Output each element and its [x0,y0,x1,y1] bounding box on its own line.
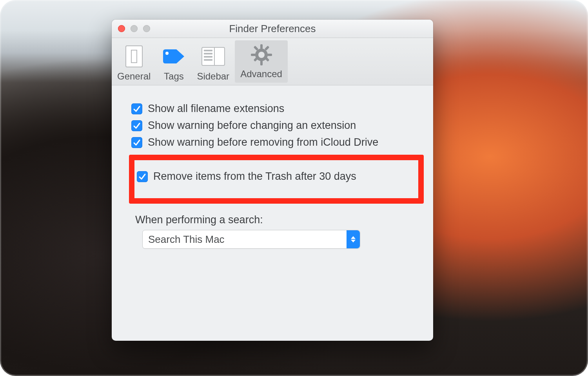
general-icon [122,44,146,69]
svg-rect-4 [251,54,256,56]
minimize-window-button[interactable] [131,25,138,32]
option-remove-trash-30-days[interactable]: Remove items from the Trash after 30 day… [137,170,416,183]
tab-label: Advanced [240,69,282,80]
option-warn-change-extension[interactable]: Show warning before changing an extensio… [131,119,421,132]
tab-general[interactable]: General [112,38,156,85]
tab-label: General [117,71,151,82]
traffic-lights [118,25,150,32]
svg-rect-5 [267,54,272,56]
advanced-pane: Show all filename extensions Show warnin… [112,85,433,257]
checkbox-checked-icon[interactable] [137,171,148,182]
tag-icon [162,44,186,69]
option-label: Remove items from the Trash after 30 day… [153,170,356,183]
tab-label: Sidebar [197,71,229,82]
search-section-label: When performing a search: [135,214,421,226]
select-stepper-icon [347,230,360,248]
desktop-wallpaper: Finder Preferences General Tags Sidebar [0,0,588,376]
option-label: Show warning before changing an extensio… [148,119,356,132]
option-label: Show all filename extensions [148,103,284,115]
svg-point-0 [165,52,169,55]
close-window-button[interactable] [118,25,125,32]
option-label: Show warning before removing from iCloud… [148,136,378,148]
tab-label: Tags [164,71,184,82]
finder-preferences-window: Finder Preferences General Tags Sidebar [112,20,433,341]
zoom-window-button[interactable] [143,25,150,32]
svg-rect-2 [260,44,263,49]
option-show-extensions[interactable]: Show all filename extensions [131,103,421,115]
checkbox-checked-icon[interactable] [131,103,142,114]
window-title: Finder Preferences [112,23,433,35]
preferences-toolbar: General Tags Sidebar Advanced [112,38,433,85]
svg-point-10 [258,52,265,58]
tab-advanced[interactable]: Advanced [235,40,288,83]
svg-rect-3 [260,61,263,65]
sidebar-icon [201,44,225,69]
search-scope-select[interactable]: Search This Mac [142,230,360,249]
checkbox-checked-icon[interactable] [131,137,142,148]
gear-icon [249,43,274,66]
highlight-annotation: Remove items from the Trash after 30 day… [129,155,424,204]
checkbox-checked-icon[interactable] [131,120,142,131]
titlebar[interactable]: Finder Preferences [112,20,433,38]
tab-tags[interactable]: Tags [156,38,191,85]
tab-sidebar[interactable]: Sidebar [191,38,235,85]
select-value: Search This Mac [148,233,225,246]
option-warn-icloud-remove[interactable]: Show warning before removing from iCloud… [131,136,421,148]
